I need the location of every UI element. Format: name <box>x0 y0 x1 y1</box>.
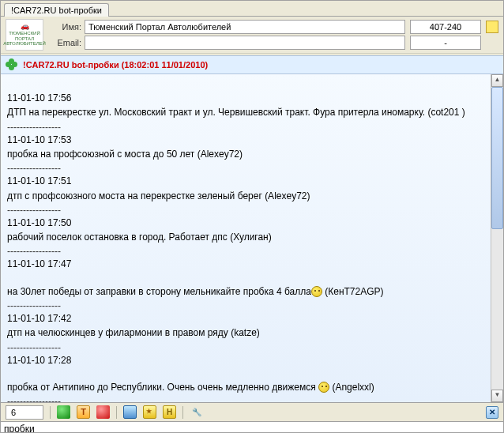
save-button[interactable] <box>123 405 137 419</box>
smiley-icon <box>311 286 322 297</box>
chat-title: !CAR72.RU bot-пробки (18:02:01 11/01/201… <box>23 60 208 70</box>
toolbar: T H 🔧 ✕ <box>1 402 503 421</box>
message-timestamp: 11-01-10 17:50 <box>7 216 484 229</box>
message-separator: ----------------- <box>7 204 484 216</box>
message-text: дтп на челюскинцев у филармонии в правом… <box>7 326 484 339</box>
message-timestamp: 11-01-10 17:56 <box>7 92 484 104</box>
chat-header: !CAR72.RU bot-пробки (18:02:01 11/01/201… <box>1 55 503 73</box>
settings-icon[interactable]: 🔧 <box>190 405 203 419</box>
message-timestamp: 11-01-10 17:28 <box>7 354 484 367</box>
note-icon[interactable] <box>486 21 498 33</box>
message-text: пробка от Антипино до Республики. Очень … <box>7 368 484 393</box>
scroll-up-button[interactable]: ▲ <box>491 74 503 87</box>
message-text: пробка на профсоюзной с моста до 50 лет … <box>7 148 484 160</box>
scroll-down-button[interactable]: ▼ <box>491 390 503 402</box>
clover-icon <box>6 58 18 71</box>
message-separator: ----------------- <box>7 121 484 134</box>
message-area: 11-01-10 17:56ДТП на перекрестке ул. Мос… <box>1 74 491 402</box>
smiley-icon <box>318 382 329 393</box>
message-timestamp: 11-01-10 17:42 <box>7 312 484 325</box>
favorite-button[interactable] <box>143 405 156 419</box>
close-button[interactable]: ✕ <box>486 406 498 419</box>
message-timestamp: 11-01-10 17:51 <box>7 175 484 187</box>
message-text: на 30лет победы от заправки в сторону ме… <box>7 273 484 298</box>
name-label: Имя: <box>48 22 81 32</box>
message-text: дтп с профсоюзного моста на перекрестке … <box>7 190 484 202</box>
message-separator: ----------------- <box>7 162 484 175</box>
scrollbar[interactable]: ▲ ▼ <box>491 74 503 402</box>
text-format-button[interactable]: T <box>77 405 90 419</box>
message-separator: ----------------- <box>7 341 484 354</box>
name-field[interactable] <box>85 20 405 34</box>
input-area <box>1 421 503 433</box>
status-red-icon[interactable] <box>96 405 110 419</box>
uin-box: 407-240 <box>410 20 481 34</box>
tab-bar: !CAR72.RU bot-пробки <box>1 1 503 17</box>
tab-chat[interactable]: !CAR72.RU bot-пробки <box>4 3 109 17</box>
scroll-track[interactable] <box>491 87 503 390</box>
contact-info: 🚗 ТЮМЕНСКИЙ ПОРТАЛ АВТОЛЮБИТЕЛЕЙ Имя: Em… <box>1 17 503 53</box>
message-separator: ----------------- <box>7 299 484 312</box>
message-input[interactable] <box>1 422 503 433</box>
status-box: - <box>410 36 481 50</box>
scroll-thumb[interactable] <box>491 87 503 229</box>
message-text: ДТП на перекрестке ул. Московский тракт … <box>7 106 484 119</box>
history-button[interactable]: H <box>163 405 176 419</box>
message-timestamp: 11-01-10 17:47 <box>7 258 484 270</box>
message-timestamp: 11-01-10 17:53 <box>7 134 484 146</box>
page-number-input[interactable] <box>6 405 43 420</box>
message-separator: ----------------- <box>7 245 484 258</box>
message-text: рабочий поселок остановка в город. Работ… <box>7 231 484 243</box>
avatar: 🚗 ТЮМЕНСКИЙ ПОРТАЛ АВТОЛЮБИТЕЛЕЙ <box>6 19 43 51</box>
status-green-icon[interactable] <box>57 405 70 419</box>
email-label: Email: <box>48 38 81 47</box>
message-separator: ----------------- <box>7 395 484 402</box>
email-field[interactable] <box>85 36 405 50</box>
